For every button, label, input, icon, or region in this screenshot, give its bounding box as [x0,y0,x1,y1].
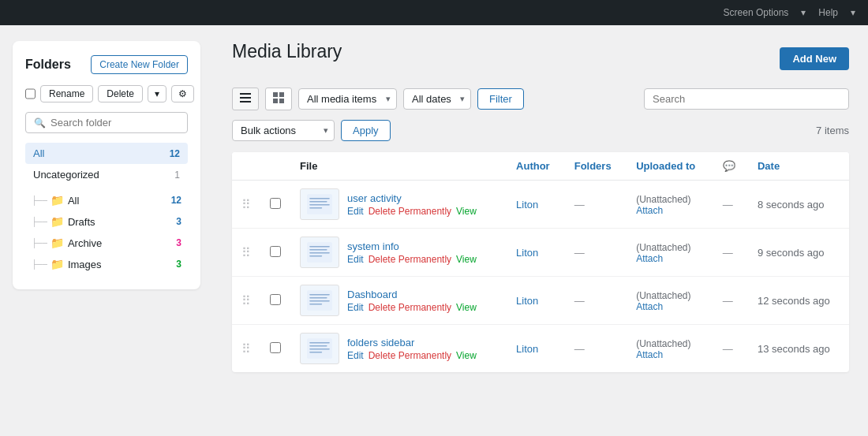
help-btn[interactable]: Help [818,7,838,18]
file-name-link[interactable]: Dashboard [347,289,477,300]
comment-value: — [723,295,733,307]
date-value: 12 seconds ago [758,295,830,307]
rename-button[interactable]: Rename [40,85,93,102]
list-view-button[interactable] [232,88,259,110]
uploaded-to-cell: (Unattached) Attach [627,277,713,325]
delete-permanently-link[interactable]: Delete Permanently [369,254,451,265]
row-checkbox[interactable] [270,342,281,353]
table-row: ⠿ Dashboard Edit Delete Permanently View [232,277,849,325]
file-thumbnail [300,237,339,268]
file-name-link[interactable]: system info [347,240,477,252]
svg-rect-15 [309,252,330,254]
subfolder-item-archive[interactable]: ├── 📁 Archive 3 [25,233,188,253]
file-info: system info Edit Delete Permanently View [347,240,477,265]
drag-handle-icon[interactable]: ⠿ [241,342,251,356]
file-info: Dashboard Edit Delete Permanently View [347,289,477,313]
view-link[interactable]: View [456,302,477,313]
uploaded-to-cell: (Unattached) Attach [627,181,713,229]
subfolder-item-drafts[interactable]: ├── 📁 Drafts 3 [25,211,188,232]
search-folder-input-wrapper: 🔍 [25,112,188,133]
date-value: 9 seconds ago [758,247,825,259]
attach-link[interactable]: Attach [636,349,704,360]
drag-handle-icon[interactable]: ⠿ [241,246,251,259]
edit-link[interactable]: Edit [347,302,364,313]
author-cell: Liton [507,325,565,373]
delete-button[interactable]: Delete [98,85,143,102]
row-checkbox[interactable] [270,294,281,305]
row-checkbox[interactable] [270,246,281,257]
attach-link[interactable]: Attach [636,253,704,264]
folders-cell: — [565,181,627,229]
file-cell: system info Edit Delete Permanently View [290,229,507,277]
file-cell: Dashboard Edit Delete Permanently View [290,277,507,325]
bulk-actions-select[interactable]: Bulk actions [232,120,335,141]
folders-cell: — [565,325,627,373]
col-folders-header[interactable]: Folders [565,152,627,181]
drag-handle-icon[interactable]: ⠿ [241,294,251,307]
view-link[interactable]: View [456,206,477,217]
attach-link[interactable]: Attach [636,301,704,312]
view-link[interactable]: View [456,254,477,265]
uncategorized-folder-item[interactable]: Uncategorized 1 [25,166,188,184]
page-title: Media Library [232,41,342,62]
edit-link[interactable]: Edit [347,254,364,265]
subfolder-item-all[interactable]: ├── 📁 All 12 [25,190,188,211]
edit-link[interactable]: Edit [347,350,364,361]
svg-rect-3 [273,92,278,97]
table-row: ⠿ user activity Edit Delete Permanently … [232,181,849,229]
view-link[interactable]: View [456,350,477,361]
drag-handle-cell: ⠿ [232,181,260,229]
delete-permanently-link[interactable]: Delete Permanently [369,350,451,361]
screen-options-btn[interactable]: Screen Options [724,7,789,18]
drag-handle-icon[interactable]: ⠿ [241,198,251,211]
media-type-filter-wrapper: All media items [298,88,397,110]
folder-icon-drafts: 📁 [51,215,64,228]
main-content: Media Library Add New All media items Al… [213,25,868,436]
svg-rect-26 [309,352,322,353]
author-cell: Liton [507,181,565,229]
settings-button[interactable]: ⚙ [171,85,194,102]
grid-view-button[interactable] [265,88,292,110]
svg-rect-10 [309,204,330,206]
file-name-link[interactable]: user activity [347,192,477,204]
svg-rect-2 [240,101,251,102]
add-new-button[interactable]: Add New [780,47,849,70]
svg-rect-20 [309,300,330,302]
delete-permanently-link[interactable]: Delete Permanently [369,206,451,217]
apply-button[interactable]: Apply [341,120,391,141]
subfolder-list: ├── 📁 All 12 ├── 📁 Drafts 3 ├── 📁 Archiv… [25,190,188,274]
col-author-header[interactable]: Author [507,152,565,181]
file-info: user activity Edit Delete Permanently Vi… [347,192,477,217]
select-all-folders-checkbox[interactable] [25,88,36,99]
all-folder-item[interactable]: All 12 [25,143,188,164]
top-bar: Screen Options ▾ Help ▾ [0,0,868,25]
create-folder-button[interactable]: Create New Folder [91,55,188,74]
filter-button[interactable]: Filter [477,88,524,110]
media-type-filter[interactable]: All media items [298,88,397,110]
delete-permanently-link[interactable]: Delete Permanently [369,302,451,313]
bulk-actions-bar: Bulk actions Apply 7 items [232,120,849,141]
screen-options-arrow: ▾ [801,7,806,18]
row-checkbox[interactable] [270,198,281,209]
edit-link[interactable]: Edit [347,206,364,217]
search-input[interactable] [644,88,849,110]
media-toolbar: All media items All dates Filter [232,88,849,110]
bulk-actions-wrapper: Bulk actions [232,120,335,141]
col-uploaded-header[interactable]: Uploaded to [627,152,713,181]
search-folder-input[interactable] [51,117,179,129]
date-value: 8 seconds ago [758,199,825,211]
folder-icon-images: 📁 [51,258,64,270]
comment-value: — [723,343,733,355]
col-comment-header[interactable]: 💬 [713,152,748,181]
date-value: 13 seconds ago [758,343,830,355]
subfolder-name-images: Images [68,259,176,270]
file-name-link[interactable]: folders sidebar [347,337,477,348]
date-filter[interactable]: All dates [403,88,471,110]
media-table: File Author Folders Uploaded to 💬 Date ⠿ [232,152,849,372]
uploaded-status: (Unattached) [636,290,690,301]
chevron-down-button[interactable]: ▾ [148,85,166,102]
col-date-header[interactable]: Date [748,152,849,181]
attach-link[interactable]: Attach [636,205,704,216]
subfolder-item-images[interactable]: ├── 📁 Images 3 [25,254,188,274]
svg-rect-5 [273,99,278,103]
